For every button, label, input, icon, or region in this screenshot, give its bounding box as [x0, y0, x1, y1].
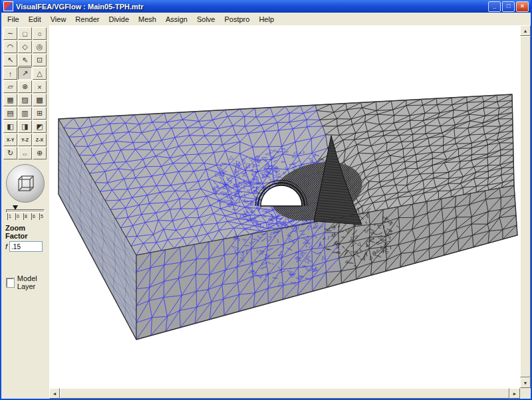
title-bar[interactable]: VisualFEA/VGFlow : Main05-TPH.mtr _ □ × [1, 0, 531, 13]
zoom-slider-thumb[interactable] [13, 205, 18, 210]
select-region-tool[interactable]: ⊡ [33, 54, 47, 66]
ellipse-tool[interactable]: ○ [33, 27, 47, 40]
cube-icon [13, 171, 37, 195]
model-viewport-canvas[interactable] [49, 25, 520, 388]
horizontal-scroll-thumb[interactable] [60, 388, 509, 399]
zoom-factor-row: f [5, 241, 49, 252]
scrollbar-corner [520, 388, 531, 399]
model-layer-checkbox[interactable] [7, 278, 14, 287]
menu-item-divide[interactable]: Divide [104, 14, 134, 25]
model-layer-label: Model Layer [17, 274, 49, 290]
menu-item-edit[interactable]: Edit [24, 14, 46, 25]
scroll-left-button[interactable]: ◄ [49, 388, 60, 399]
up-arrow-icon: ▲ [523, 29, 528, 33]
curve-tool[interactable]: ∼ [3, 27, 17, 40]
zoom-factor-label: Zoom Factor [5, 224, 49, 240]
zoom-slider-track[interactable] [6, 209, 45, 213]
slider-tick: 6 [31, 213, 35, 220]
window-title: VisualFEA/VGFlow : Main05-TPH.mtr [16, 3, 487, 11]
viewport: ▲ ▼ ◄ ► [49, 25, 531, 399]
menu-bar: FileEditViewRenderDivideMeshAssignSolveP… [1, 13, 531, 26]
main-content: ∼□○◠◇◎↖⇖⊡↑↗△▱⊗×▦▨▩▤▥⊞◧◨◩X-YY-ZZ-X↻⇔⊕ [1, 25, 531, 399]
rotation-trackball[interactable] [6, 164, 45, 203]
scroll-up-button[interactable]: ▲ [520, 25, 531, 36]
scroll-right-button[interactable]: ► [509, 388, 520, 399]
close-button[interactable]: × [516, 1, 529, 12]
menu-item-view[interactable]: View [46, 14, 71, 25]
pick-curve-tool[interactable]: ↗ [18, 67, 32, 80]
model-layer-row: Model Layer [7, 274, 49, 290]
zoom-factor-input[interactable] [9, 241, 43, 252]
vertical-scrollbar[interactable]: ▲ ▼ [520, 25, 531, 388]
move-tool[interactable]: ▱ [3, 80, 17, 93]
slider-tick: 8 [23, 213, 27, 220]
right-arrow-icon: ► [513, 391, 517, 396]
horizontal-scrollbar[interactable]: ◄ ► [49, 388, 520, 399]
menu-item-assign[interactable]: Assign [161, 14, 192, 25]
tool-grid: ∼□○◠◇◎↖⇖⊡↑↗△▱⊗×▦▨▩▤▥⊞◧◨◩X-YY-ZZ-X↻⇔⊕ [3, 27, 49, 160]
grid-tool[interactable]: ▦ [3, 94, 17, 106]
arc-tool[interactable]: ◠ [3, 41, 17, 53]
hatch-tool[interactable]: ▨ [18, 94, 32, 106]
cut-tool[interactable]: ⊗ [18, 80, 32, 93]
pick-surface-tool[interactable]: △ [33, 67, 47, 80]
scroll-down-button[interactable]: ▼ [520, 377, 531, 388]
app-icon [3, 1, 13, 11]
solid-right-tool[interactable]: ◨ [18, 120, 32, 133]
minimize-button[interactable]: _ [488, 1, 501, 12]
polygon-tool[interactable]: ◇ [18, 41, 32, 53]
maximize-button[interactable]: □ [502, 1, 515, 12]
view-xy-button[interactable]: X-Y [3, 134, 17, 146]
mesh-cols-tool[interactable]: ▥ [18, 107, 32, 120]
point-tool[interactable]: ◎ [33, 41, 47, 53]
zoom-view-tool[interactable]: ⊕ [33, 147, 47, 159]
vertical-scroll-thumb[interactable] [520, 36, 531, 377]
menu-item-postpro[interactable]: Postpro [219, 14, 254, 25]
slider-tick: 5 [39, 213, 43, 220]
trackball-wrap [1, 164, 49, 203]
view-zx-button[interactable]: Z-X [33, 134, 47, 146]
pan-view-tool[interactable]: ⇔ [18, 147, 32, 159]
menu-item-solve[interactable]: Solve [192, 14, 220, 25]
maximize-icon: □ [507, 3, 510, 9]
slider-tick: 0 [15, 213, 19, 220]
menu-item-render[interactable]: Render [70, 14, 104, 25]
menu-item-file[interactable]: File [3, 14, 24, 25]
slider-tick: 1 [7, 213, 11, 220]
view-yz-button[interactable]: Y-Z [18, 134, 32, 146]
left-arrow-icon: ◄ [53, 391, 57, 396]
shade-tool[interactable]: ▩ [33, 94, 47, 106]
select-arrow-tool[interactable]: ↖ [3, 54, 17, 66]
mesh-refine-tool[interactable]: ⊞ [33, 107, 47, 120]
menu-item-help[interactable]: Help [254, 14, 279, 25]
solid-left-tool[interactable]: ◧ [3, 120, 17, 133]
rotate-view-tool[interactable]: ↻ [3, 147, 17, 159]
down-arrow-icon: ▼ [523, 381, 528, 385]
zoom-prefix-label: f [5, 243, 7, 250]
solid-corner-tool[interactable]: ◩ [33, 120, 47, 133]
close-icon: × [521, 3, 524, 9]
zoom-slider-ticks: 10865 [5, 213, 46, 220]
tool-palette: ∼□○◠◇◎↖⇖⊡↑↗△▱⊗×▦▨▩▤▥⊞◧◨◩X-YY-ZZ-X↻⇔⊕ [1, 25, 49, 399]
rectangle-tool[interactable]: □ [18, 27, 32, 40]
mesh-rows-tool[interactable]: ▤ [3, 107, 17, 120]
select-add-tool[interactable]: ⇖ [18, 54, 32, 66]
app-window: VisualFEA/VGFlow : Main05-TPH.mtr _ □ × … [0, 0, 532, 400]
delete-tool[interactable]: × [33, 80, 47, 93]
pick-node-tool[interactable]: ↑ [3, 67, 17, 80]
minimize-icon: _ [493, 3, 496, 9]
zoom-slider[interactable]: 10865 [5, 205, 46, 221]
menu-item-mesh[interactable]: Mesh [134, 14, 161, 25]
